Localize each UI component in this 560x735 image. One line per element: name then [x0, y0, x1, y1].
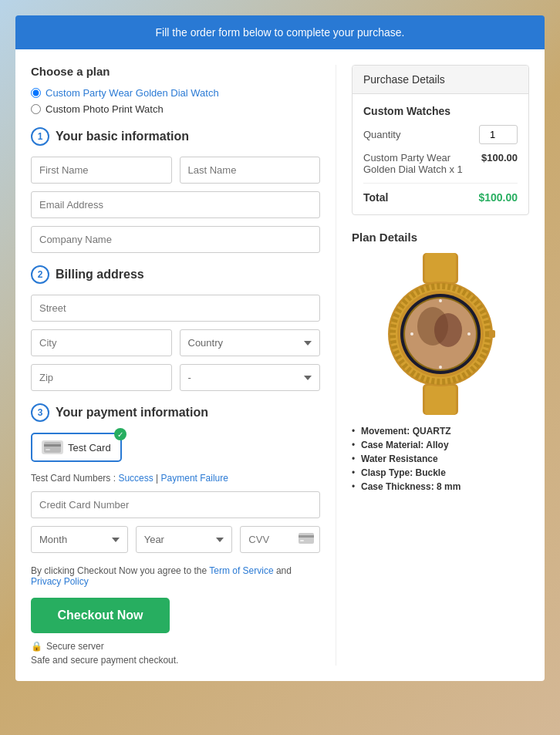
plan-radio-2[interactable]: [31, 104, 41, 114]
test-card-info: Test Card Numbers : Success | Payment Fa…: [31, 473, 320, 484]
expiry-cvv-row: Month 01 02 03 12 Year 2024 2025 2026: [31, 526, 320, 553]
name-row: [31, 157, 320, 184]
success-link[interactable]: Success: [118, 473, 153, 484]
svg-rect-3: [299, 533, 314, 544]
step-3-circle: 3: [31, 403, 49, 422]
cc-number-input[interactable]: [31, 491, 320, 518]
feature-4: Clasp Type: Buckle: [352, 467, 529, 478]
billing-section: 2 Billing address Country United States …: [31, 265, 320, 391]
month-select[interactable]: Month 01 02 03 12: [31, 526, 128, 553]
svg-rect-5: [300, 540, 304, 541]
company-row: [31, 226, 320, 253]
svg-rect-0: [44, 442, 61, 453]
payment-section: 3 Your payment information Test Card: [31, 403, 320, 553]
top-banner: Fill the order form below to complete yo…: [15, 15, 545, 49]
separator: |: [156, 473, 158, 484]
cvv-card-icon: [299, 533, 314, 547]
svg-rect-9: [425, 386, 456, 415]
feature-3: Water Resistance: [352, 453, 529, 464]
svg-rect-4: [299, 535, 314, 538]
zip-state-row: - California New York: [31, 364, 320, 391]
card-check-icon: ✓: [114, 428, 127, 440]
tos-link[interactable]: Term of Service: [209, 565, 273, 576]
svg-point-20: [439, 366, 442, 369]
plan-option-2[interactable]: Custom Photo Print Watch: [31, 103, 320, 115]
zip-input[interactable]: [31, 364, 172, 391]
custom-watches-title: Custom Watches: [363, 105, 518, 117]
failure-link[interactable]: Payment Failure: [161, 473, 228, 484]
email-input[interactable]: [31, 191, 320, 218]
svg-rect-23: [489, 330, 495, 338]
plan-details-title: Plan Details: [352, 231, 529, 244]
billing-title: Billing address: [56, 268, 144, 282]
feature-5: Case Thickness: 8 mm: [352, 481, 529, 492]
plan-label-1: Custom Party Wear Golden Dial Watch: [46, 87, 219, 99]
item-price: $100.00: [481, 152, 518, 175]
cc-number-row: [31, 491, 320, 518]
plan-radio-1[interactable]: [31, 88, 41, 98]
secure-sub: Safe and secure payment checkout.: [31, 655, 320, 666]
state-select[interactable]: - California New York: [180, 364, 321, 391]
feature-2: Case Material: Alloy: [352, 440, 529, 450]
secure-label: Secure server: [46, 641, 104, 652]
plan-details-section: Plan Details: [352, 231, 529, 492]
item-name: Custom Party WearGolden Dial Watch x 1: [363, 152, 463, 175]
total-row: Total $100.00: [363, 191, 518, 204]
feature-1: Movement: QUARTZ: [352, 426, 529, 437]
privacy-link[interactable]: Privacy Policy: [31, 576, 89, 587]
city-country-row: Country United States United Kingdom: [31, 329, 320, 356]
year-select[interactable]: Year 2024 2025 2026: [136, 526, 233, 553]
page-wrapper: Fill the order form below to complete yo…: [15, 15, 545, 681]
country-select[interactable]: Country United States United Kingdom: [180, 329, 321, 356]
checkout-button[interactable]: Checkout Now: [31, 598, 170, 633]
basic-info-section: 1 Your basic information: [31, 127, 320, 253]
plan-label-2: Custom Photo Print Watch: [46, 103, 164, 115]
quantity-label: Quantity: [363, 129, 400, 140]
basic-info-header: 1 Your basic information: [31, 127, 320, 146]
secure-info: 🔒 Secure server: [31, 641, 320, 652]
svg-point-22: [467, 332, 471, 335]
plan-features-list: Movement: QUARTZ Case Material: Alloy Wa…: [352, 426, 529, 492]
test-card-button[interactable]: Test Card ✓: [31, 433, 122, 462]
card-icon: [42, 440, 63, 454]
choose-plan-section: Choose a plan Custom Party Wear Golden D…: [31, 65, 320, 115]
payment-header: 3 Your payment information: [31, 403, 320, 422]
street-input[interactable]: [31, 295, 320, 322]
purchase-details-header: Purchase Details: [353, 66, 528, 94]
lock-icon: 🔒: [31, 641, 42, 652]
svg-rect-1: [44, 444, 61, 447]
item-row: Custom Party WearGolden Dial Watch x 1 $…: [363, 152, 518, 184]
email-row: [31, 191, 320, 218]
street-row: [31, 295, 320, 322]
svg-rect-7: [425, 253, 456, 282]
cvv-wrapper: [240, 526, 320, 553]
purchase-details-body: Custom Watches Quantity Custom Party Wea…: [353, 94, 528, 214]
test-card-text: Test Card Numbers :: [31, 473, 116, 484]
svg-point-18: [434, 313, 462, 347]
quantity-row: Quantity: [363, 125, 518, 144]
banner-text: Fill the order form below to complete yo…: [156, 26, 405, 39]
watch-svg: [375, 253, 506, 415]
step-1-circle: 1: [31, 127, 49, 146]
watch-image: [371, 253, 510, 415]
test-card-label: Test Card: [68, 442, 111, 453]
left-panel: Choose a plan Custom Party Wear Golden D…: [31, 65, 336, 666]
company-input[interactable]: [31, 226, 320, 253]
city-input[interactable]: [31, 329, 172, 356]
plan-option-1[interactable]: Custom Party Wear Golden Dial Watch: [31, 87, 320, 99]
svg-point-19: [439, 299, 442, 302]
basic-info-title: Your basic information: [56, 130, 189, 143]
terms-text: By clicking Checkout Now you agree to th…: [31, 565, 320, 587]
last-name-input[interactable]: [180, 157, 321, 184]
step-2-circle: 2: [31, 265, 49, 284]
first-name-input[interactable]: [31, 157, 172, 184]
svg-point-21: [410, 332, 413, 335]
total-price: $100.00: [478, 191, 518, 204]
terms-middle: and: [276, 565, 292, 576]
right-panel: Purchase Details Custom Watches Quantity…: [336, 65, 529, 666]
quantity-input[interactable]: [479, 125, 518, 144]
svg-rect-2: [46, 449, 50, 450]
terms-before: By clicking Checkout Now you agree to th…: [31, 565, 209, 576]
choose-plan-title: Choose a plan: [31, 65, 320, 78]
total-label: Total: [363, 191, 388, 204]
